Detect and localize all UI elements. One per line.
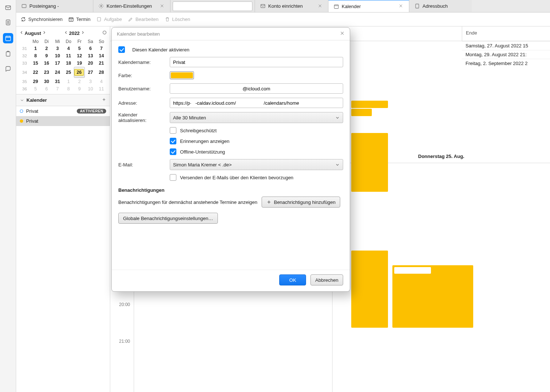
color-button[interactable]: [170, 71, 194, 79]
mini-calendar-day[interactable]: 23: [41, 67, 52, 78]
cancel-button[interactable]: Abbrechen: [310, 274, 343, 285]
add-notification-button[interactable]: Benachrichtigung hinzufügen: [262, 197, 340, 208]
tab-label: Posteingang -: [29, 3, 59, 9]
readonly-checkbox[interactable]: [170, 127, 176, 134]
username-input[interactable]: [170, 83, 343, 94]
mini-calendar-day[interactable]: 10: [52, 52, 63, 60]
calendar-row[interactable]: Privat: [16, 116, 110, 126]
tab-setup[interactable]: Konto einrichten: [255, 0, 328, 12]
calendar-row[interactable]: Privat AKTIVIEREN: [16, 106, 110, 116]
calendar-icon[interactable]: [3, 33, 13, 43]
event-block[interactable]: [392, 265, 473, 328]
mini-calendar-day[interactable]: 6: [41, 85, 52, 93]
mini-calendar-day[interactable]: 27: [85, 67, 96, 78]
tab-label: Konto einrichten: [268, 3, 303, 9]
event-block[interactable]: [351, 251, 388, 328]
search-input[interactable]: [173, 1, 252, 11]
mini-calendar-day[interactable]: 2: [41, 45, 52, 52]
event-block[interactable]: [351, 133, 388, 192]
sync-button[interactable]: Synchronisieren: [21, 17, 62, 22]
mini-calendar-day[interactable]: 3: [85, 78, 96, 85]
prefer-client-checkbox[interactable]: [170, 174, 176, 181]
mini-calendar-day[interactable]: 5: [30, 85, 41, 93]
mini-calendar-day[interactable]: 19: [74, 60, 85, 67]
chat-icon[interactable]: [4, 65, 12, 73]
mini-calendar-day[interactable]: 1: [63, 78, 74, 85]
reminders-checkbox[interactable]: [170, 138, 176, 144]
mini-calendar-day[interactable]: 29: [30, 78, 41, 85]
mini-calendar-day[interactable]: 28: [96, 67, 107, 78]
mini-calendar-day[interactable]: 2: [74, 78, 85, 85]
mini-calendar-day[interactable]: 24: [52, 67, 63, 78]
offline-checkbox[interactable]: [170, 148, 176, 155]
mini-calendar-day[interactable]: 4: [96, 78, 107, 85]
mini-calendar-day[interactable]: 15: [30, 60, 41, 67]
mini-calendar-day[interactable]: 11: [96, 85, 107, 93]
close-icon[interactable]: [318, 4, 323, 9]
close-icon[interactable]: [160, 4, 165, 9]
mini-calendar-day[interactable]: 25: [63, 67, 74, 78]
close-icon[interactable]: [340, 31, 345, 37]
mini-calendar-day[interactable]: 20: [85, 60, 96, 67]
task-button[interactable]: Aufgabe: [96, 17, 122, 22]
ok-button[interactable]: OK: [279, 274, 306, 285]
mini-calendar-day[interactable]: 31: [52, 78, 63, 85]
event-block[interactable]: [351, 109, 372, 116]
email-select[interactable]: Simon Maria Kremer < .de>: [170, 159, 343, 170]
mini-calendar-day[interactable]: 10: [85, 85, 96, 93]
activate-checkbox[interactable]: [118, 46, 125, 53]
mini-calendar-day[interactable]: 30: [41, 78, 52, 85]
mini-calendar-day[interactable]: 17: [52, 60, 63, 67]
mini-calendar-day[interactable]: 3: [52, 45, 63, 52]
agenda-row[interactable]: Samstag, 27. August 2022 15: [462, 41, 550, 50]
mini-calendar-day[interactable]: 13: [85, 52, 96, 60]
edit-button[interactable]: Bearbeiten: [128, 17, 159, 22]
mini-calendar-day[interactable]: 18: [63, 60, 74, 67]
mini-calendar-day[interactable]: 8: [63, 85, 74, 93]
activate-badge[interactable]: AKTIVIEREN: [77, 109, 106, 114]
today-icon[interactable]: [102, 30, 107, 36]
close-icon[interactable]: [399, 4, 404, 9]
next-month-icon[interactable]: [42, 30, 47, 36]
mini-calendar-day[interactable]: 7: [96, 45, 107, 52]
mini-calendar-day[interactable]: 5: [74, 45, 85, 52]
event-button[interactable]: Termin: [68, 17, 90, 22]
dialog-titlebar: Kalender bearbeiten: [112, 28, 350, 40]
agenda-row[interactable]: Montag, 29. August 2022 21:: [462, 50, 550, 59]
calendar-list-header[interactable]: Kalender: [16, 94, 110, 106]
refresh-select[interactable]: Alle 30 Minuten: [170, 112, 343, 123]
mail-icon[interactable]: [4, 4, 12, 12]
event-block[interactable]: [351, 101, 388, 108]
tab-accounts[interactable]: Konten-Einstellungen: [93, 0, 170, 12]
mini-calendar-day[interactable]: 26: [74, 67, 85, 78]
mini-calendar-day[interactable]: 14: [96, 52, 107, 60]
tasks-icon[interactable]: [4, 50, 12, 58]
address-input[interactable]: [170, 98, 343, 108]
tab-calendar[interactable]: Kalender: [328, 0, 409, 12]
mini-calendar-day[interactable]: 11: [63, 52, 74, 60]
calendar-name-input[interactable]: [170, 57, 343, 67]
mini-calendar-day[interactable]: 12: [74, 52, 85, 60]
mini-calendar-day[interactable]: 16: [41, 60, 52, 67]
mini-calendar-grid[interactable]: MoDiMiDoFrSaSo 3112345673289101112131433…: [19, 38, 107, 93]
toolbar: Synchronisieren Termin Aufgabe Bearbeite…: [16, 12, 550, 26]
global-notifications-button[interactable]: Globale Benachrichtigungseinstellungen…: [118, 213, 218, 224]
mini-calendar-day[interactable]: 7: [52, 85, 63, 93]
mini-calendar-day[interactable]: 1: [30, 45, 41, 52]
add-calendar-icon[interactable]: [102, 97, 106, 103]
prev-year-icon[interactable]: [64, 30, 68, 36]
addressbook-icon[interactable]: [4, 18, 12, 26]
prev-month-icon[interactable]: [19, 30, 24, 36]
mini-calendar-day[interactable]: 9: [74, 85, 85, 93]
mini-calendar-day[interactable]: 6: [85, 45, 96, 52]
mini-calendar-day[interactable]: 4: [63, 45, 74, 52]
mini-calendar-day[interactable]: 22: [30, 67, 41, 78]
mini-calendar-day[interactable]: 8: [30, 52, 41, 60]
delete-button[interactable]: Löschen: [165, 17, 190, 22]
tab-inbox[interactable]: Posteingang -: [16, 0, 93, 12]
mini-calendar-day[interactable]: 9: [41, 52, 52, 60]
mini-calendar-day[interactable]: 21: [96, 60, 107, 67]
tab-addressbook[interactable]: Adressbuch: [409, 0, 472, 12]
agenda-row[interactable]: Freitag, 2. September 2022 2: [462, 59, 550, 68]
next-year-icon[interactable]: [80, 30, 85, 36]
